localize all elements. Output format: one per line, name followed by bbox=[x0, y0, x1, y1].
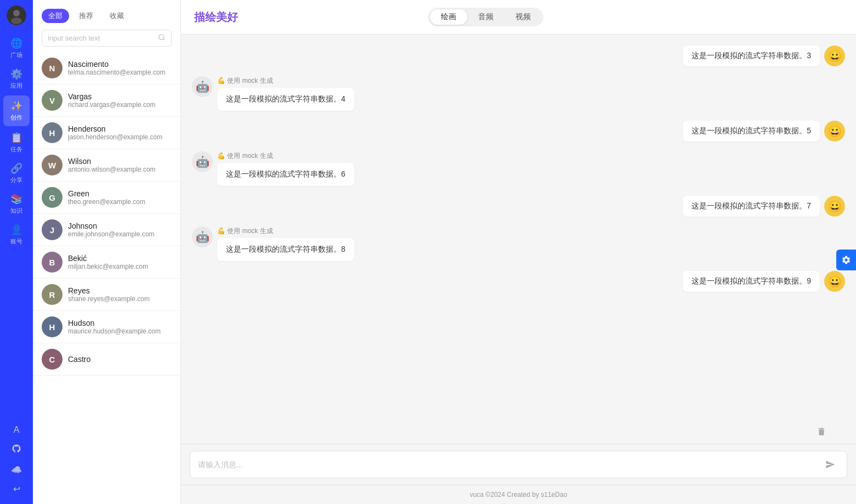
list-item[interactable]: R Reyes shane.reyes@example.com bbox=[33, 279, 180, 311]
bot-message-wrap: 💪 使用 mock 生成 这是一段模拟的流式字符串数据。6 bbox=[217, 151, 354, 186]
contact-info: Henderson jason.henderson@example.com bbox=[68, 124, 172, 141]
contact-email: shane.reyes@example.com bbox=[68, 295, 172, 303]
contact-name: Castro bbox=[68, 355, 172, 364]
user-avatar: 😀 bbox=[824, 271, 845, 292]
contact-avatar: W bbox=[42, 155, 63, 175]
tasks-icon: 📋 bbox=[10, 132, 22, 144]
nav-github[interactable] bbox=[0, 439, 33, 460]
list-item[interactable]: B Bekić miljan.bekic@example.com bbox=[33, 246, 180, 279]
bot-message: 这是一段模拟的流式字符串数据。6 bbox=[217, 163, 354, 186]
bot-gen-label: 💪 使用 mock 生成 bbox=[217, 151, 354, 161]
contact-avatar: C bbox=[42, 349, 63, 370]
search-input[interactable] bbox=[48, 34, 155, 42]
main-header: 描绘美好 绘画 音频 视频 bbox=[181, 0, 856, 35]
tab-audio[interactable]: 音频 bbox=[467, 9, 504, 25]
sidebar-item-create[interactable]: ✨ 创作 bbox=[3, 95, 30, 126]
svg-point-3 bbox=[159, 35, 164, 39]
send-button[interactable] bbox=[821, 456, 839, 473]
tab-recommended[interactable]: 推荐 bbox=[72, 9, 100, 23]
sidebar-item-plaza[interactable]: 🌐 广场 bbox=[0, 33, 33, 64]
list-item[interactable]: G Green theo.green@example.com bbox=[33, 182, 180, 214]
contact-name: Nascimento bbox=[68, 60, 172, 69]
contact-name: Green bbox=[68, 189, 172, 198]
chat-messages[interactable]: 这是一段模拟的流式字符串数据。3 😀 🤖 💪 使用 mock 生成 这是一段模拟… bbox=[181, 35, 856, 424]
bot-avatar: 🤖 bbox=[192, 76, 213, 97]
contact-name: Henderson bbox=[68, 124, 172, 133]
header-tabs: 绘画 音频 视频 bbox=[428, 8, 543, 26]
chat-toolbar bbox=[181, 424, 856, 444]
message-input-wrapper bbox=[190, 451, 847, 478]
contact-name: Bekić bbox=[68, 254, 172, 263]
list-item[interactable]: N Nascimento telma.nascimento@example.co… bbox=[33, 52, 180, 84]
nav-bar: 🌐 广场 ⚙️ 应用 ✨ 创作 📋 任务 🔗 分享 📚 知识 👤 账号 A ☁️ bbox=[0, 0, 33, 504]
account-icon: 👤 bbox=[10, 224, 22, 236]
contact-info: Johnson emile.johnson@example.com bbox=[68, 222, 172, 238]
contact-info: Bekić miljan.bekic@example.com bbox=[68, 254, 172, 270]
sidebar-item-tasks[interactable]: 📋 任务 bbox=[0, 127, 33, 158]
tab-favorites[interactable]: 收藏 bbox=[103, 9, 131, 23]
sidebar-item-account[interactable]: 👤 账号 bbox=[0, 219, 33, 250]
footer-text: vuca ©2024 Created by s11eDao bbox=[470, 491, 568, 499]
list-item[interactable]: J Johnson emile.johnson@example.com bbox=[33, 214, 180, 246]
sidebar: 全部 推荐 收藏 N Nascimento telma.nascimento@e… bbox=[33, 0, 181, 504]
history-icon: ↩ bbox=[13, 484, 20, 494]
table-row: 这是一段模拟的流式字符串数据。7 😀 bbox=[192, 196, 845, 217]
tab-video[interactable]: 视频 bbox=[504, 9, 542, 25]
share-icon: 🔗 bbox=[10, 162, 22, 174]
contact-info: Hudson maurice.hudson@example.com bbox=[68, 319, 172, 335]
contact-avatar: V bbox=[42, 90, 63, 111]
contact-email: jason.henderson@example.com bbox=[68, 133, 172, 141]
app-title: 描绘美好 bbox=[194, 10, 238, 25]
bot-avatar: 🤖 bbox=[192, 151, 213, 172]
delete-button[interactable] bbox=[814, 424, 829, 441]
search-bar bbox=[42, 30, 172, 47]
contact-email: antonio.wilson@example.com bbox=[68, 166, 172, 173]
nav-avatar[interactable] bbox=[7, 5, 26, 25]
user-message: 这是一段模拟的流式字符串数据。3 bbox=[683, 46, 820, 66]
contact-email: miljan.bekic@example.com bbox=[68, 263, 172, 270]
table-row: 🤖 💪 使用 mock 生成 这是一段模拟的流式字符串数据。6 bbox=[192, 151, 845, 186]
list-item[interactable]: W Wilson antonio.wilson@example.com bbox=[33, 149, 180, 182]
contact-info: Vargas richard.vargas@example.com bbox=[68, 92, 172, 109]
contact-avatar: J bbox=[42, 219, 63, 240]
tab-painting[interactable]: 绘画 bbox=[430, 9, 467, 25]
message-input[interactable] bbox=[198, 460, 817, 469]
user-message: 这是一段模拟的流式字符串数据。9 bbox=[683, 271, 820, 292]
list-item[interactable]: H Hudson maurice.hudson@example.com bbox=[33, 311, 180, 343]
bot-message: 这是一段模拟的流式字符串数据。4 bbox=[217, 88, 354, 111]
contact-list: N Nascimento telma.nascimento@example.co… bbox=[33, 52, 180, 504]
contact-info: Nascimento telma.nascimento@example.com bbox=[68, 60, 172, 76]
list-item[interactable]: V Vargas richard.vargas@example.com bbox=[33, 84, 180, 117]
sidebar-item-apps[interactable]: ⚙️ 应用 bbox=[0, 64, 33, 94]
apps-icon: ⚙️ bbox=[10, 68, 22, 80]
sidebar-item-share[interactable]: 🔗 分享 bbox=[0, 158, 33, 189]
contact-avatar: H bbox=[42, 122, 63, 143]
sidebar-item-knowledge[interactable]: 📚 知识 bbox=[0, 189, 33, 219]
bot-message-wrap: 💪 使用 mock 生成 这是一段模拟的流式字符串数据。4 bbox=[217, 76, 354, 111]
table-row: 这是一段模拟的流式字符串数据。9 😀 bbox=[192, 271, 845, 292]
footer: vuca ©2024 Created by s11eDao bbox=[181, 485, 856, 504]
contact-avatar: H bbox=[42, 316, 63, 337]
table-row: 🤖 💪 使用 mock 生成 这是一段模拟的流式字符串数据。8 bbox=[192, 226, 845, 261]
settings-side-button[interactable] bbox=[836, 250, 856, 270]
contact-info: Wilson antonio.wilson@example.com bbox=[68, 157, 172, 173]
contact-name: Vargas bbox=[68, 92, 172, 101]
contact-name: Johnson bbox=[68, 222, 172, 230]
github-icon bbox=[12, 444, 21, 456]
chat-input-area bbox=[181, 444, 856, 485]
contact-avatar: B bbox=[42, 252, 63, 273]
user-avatar: 😀 bbox=[824, 46, 845, 66]
list-item[interactable]: H Henderson jason.henderson@example.com bbox=[33, 117, 180, 149]
plaza-icon: 🌐 bbox=[10, 37, 22, 49]
search-icon bbox=[158, 33, 166, 43]
contact-email: telma.nascimento@example.com bbox=[68, 69, 172, 76]
nav-upload[interactable]: ☁️ bbox=[0, 460, 33, 479]
list-item[interactable]: C Castro bbox=[33, 343, 180, 376]
bot-gen-label: 💪 使用 mock 生成 bbox=[217, 226, 354, 236]
nav-history[interactable]: ↩ bbox=[0, 479, 33, 499]
contact-info: Reyes shane.reyes@example.com bbox=[68, 286, 172, 303]
tab-all[interactable]: 全部 bbox=[42, 9, 69, 23]
nav-translate[interactable]: A bbox=[0, 421, 33, 439]
contact-name: Wilson bbox=[68, 157, 172, 166]
table-row: 这是一段模拟的流式字符串数据。3 😀 bbox=[192, 46, 845, 66]
